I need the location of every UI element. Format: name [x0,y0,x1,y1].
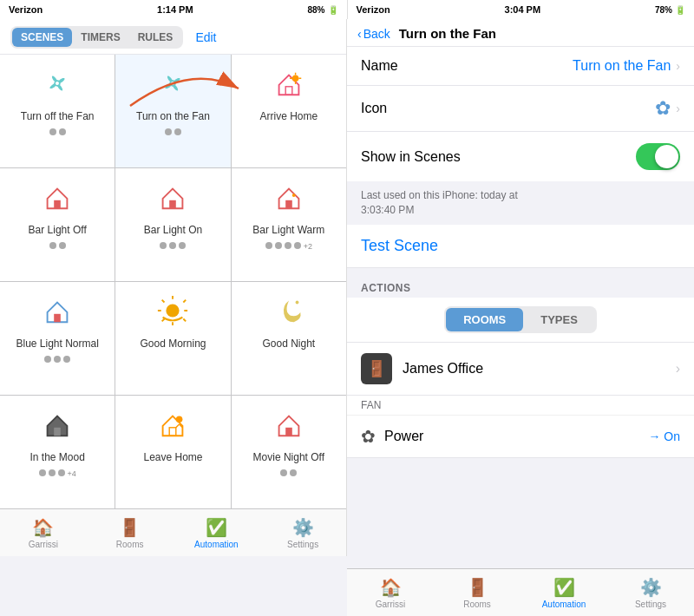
svg-rect-8 [54,314,61,323]
left-tab-garrissi[interactable]: 🏠Garrissi [0,509,87,556]
timers-tab[interactable]: TIMERS [72,28,128,47]
right-tab-label-automation: Automation [542,600,586,609]
right-title: Turn on the Fan [399,26,496,41]
james-office-row[interactable]: 🚪 James Office › [347,343,694,396]
scene-indicators-turn-on-fan [165,128,181,135]
types-btn[interactable]: TYPES [523,308,595,331]
icon-chevron-icon: › [676,102,680,115]
scene-cell-bar-light-on[interactable]: Bar Light On [115,168,230,281]
scene-indicators-bar-light-warm: +2 [265,242,312,251]
scene-icon-bar-light-warm [272,180,305,219]
rules-tab[interactable]: RULES [129,28,182,47]
right-tab-label-garrissi: Garrissi [376,600,405,609]
scene-cell-turn-off-fan[interactable]: Turn off the Fan [0,55,115,167]
scene-icon-in-the-mood [41,408,74,446]
scene-label-turn-on-fan: Turn on the Fan [136,110,210,124]
last-used-text: Last used on this iPhone: today at 3:03:… [361,189,518,216]
scene-cell-in-the-mood[interactable]: In the Mood+4 [0,396,115,508]
room-chevron-icon: › [676,361,680,377]
scene-indicators-bar-light-on [160,242,186,249]
svg-rect-12 [170,428,177,436]
scene-icon-bar-light-on [156,180,189,219]
left-battery: 88% [307,5,324,15]
left-tab-rooms[interactable]: 🚪Rooms [87,509,174,556]
left-tab-bar: 🏠Garrissi🚪Rooms✅Automation⚙️Settings [0,508,346,556]
left-carrier: Verizon [9,4,43,15]
icon-value-container: ✿ › [655,97,680,120]
scene-label-movie-night-off: Movie Night Off [253,451,324,465]
scene-icon-bar-light-off [41,180,74,219]
scene-indicators-in-the-mood: +4 [39,469,76,478]
svg-point-7 [292,193,296,197]
scene-cell-good-night[interactable]: Good Night [232,282,346,395]
name-row[interactable]: Name Turn on the Fan › [347,47,694,86]
scenes-grid: Turn off the FanTurn on the FanArrive Ho… [0,55,346,508]
scene-icon-good-night [272,294,305,332]
right-status-icons: 78% 🔋 [655,5,685,15]
scene-cell-leave-home[interactable]: Leave Home [115,396,230,508]
scene-indicators-bar-light-off [49,242,66,249]
right-time: 3:04 PM [505,4,541,15]
fan-icon: ✿ [655,97,671,120]
left-status-icons: 88% 🔋 [307,5,337,15]
scene-label-blue-light-normal: Blue Light Normal [16,337,98,351]
power-row[interactable]: ✿ Power → On [347,416,694,458]
name-value: Turn on the Fan [573,58,671,74]
scene-cell-arrive-home[interactable]: Arrive Home [232,55,346,167]
scene-label-in-the-mood: In the Mood [29,451,84,465]
left-tab-automation[interactable]: ✅Automation [174,509,260,556]
left-panel: SCENES TIMERS RULES Edit Turn off the Fa… [0,19,347,556]
tab-label-automation: Automation [194,540,239,549]
tab-icon-rooms: 🚪 [119,517,141,538]
rooms-types-segment: ROOMS TYPES [347,298,694,343]
left-battery-icon: 🔋 [328,5,338,15]
test-scene-button[interactable]: Test Scene [347,225,694,268]
svg-point-13 [176,416,183,423]
scene-cell-movie-night-off[interactable]: Movie Night Off [232,396,346,508]
svg-rect-4 [54,200,61,209]
left-tab-settings[interactable]: ⚙️Settings [259,509,346,556]
back-label[interactable]: Back [363,27,390,41]
edit-button[interactable]: Edit [195,30,216,44]
right-tab-icon-garrissi: 🏠 [380,577,402,598]
room-name: James Office [403,361,483,377]
scene-cell-turn-on-fan[interactable]: Turn on the Fan [115,55,230,167]
right-tab-icon-automation: ✅ [553,577,575,598]
scene-indicators-movie-night-off [280,469,297,476]
scene-icon-movie-night-off [272,408,305,446]
scene-icon-good-morning [156,294,189,332]
scene-cell-bar-light-off[interactable]: Bar Light Off [0,168,115,281]
scenes-tab[interactable]: SCENES [12,28,72,47]
show-in-scenes-row[interactable]: Show in Scenes [347,132,694,181]
scene-cell-good-morning[interactable]: Good Morning [115,282,230,395]
scene-label-leave-home: Leave Home [143,451,202,465]
right-tab-rooms[interactable]: 🚪Rooms [434,569,520,616]
scene-cell-blue-light-normal[interactable]: Blue Light Normal [0,282,115,395]
back-button[interactable]: ‹ Back [357,27,390,41]
power-label: Power [384,429,648,444]
chevron-left-icon: ‹ [357,27,362,41]
show-in-scenes-toggle[interactable] [636,143,680,170]
right-tab-automation[interactable]: ✅Automation [520,569,607,616]
rooms-btn[interactable]: ROOMS [446,308,523,331]
right-tab-settings[interactable]: ⚙️Settings [607,569,694,616]
status-bars: Verizon 1:14 PM 88% 🔋 Verizon 3:04 PM 78… [0,0,694,19]
icon-row[interactable]: Icon ✿ › [347,86,694,132]
scene-label-good-morning: Good Morning [140,337,206,351]
room-icon-box: 🚪 [361,353,392,384]
test-scene-section: Test Scene [347,225,694,268]
show-in-scenes-label: Show in Scenes [361,149,461,165]
nav-bar: SCENES TIMERS RULES Edit [0,19,346,55]
right-tab-garrissi[interactable]: 🏠Garrissi [347,569,434,616]
tab-icon-settings: ⚙️ [292,517,314,538]
scene-cell-bar-light-warm[interactable]: Bar Light Warm+2 [232,168,346,281]
last-used-row: Last used on this iPhone: today at 3:03:… [347,181,694,225]
svg-rect-14 [285,428,292,436]
right-content: Name Turn on the Fan › Icon ✿ › [347,47,694,568]
detail-section: Name Turn on the Fan › Icon ✿ › [347,47,694,181]
scene-icon-blue-light-normal [41,294,74,332]
tab-label-rooms: Rooms [116,540,144,549]
door-icon: 🚪 [367,359,386,378]
right-battery: 78% [655,5,672,15]
scene-indicators-turn-off-fan [49,128,66,135]
